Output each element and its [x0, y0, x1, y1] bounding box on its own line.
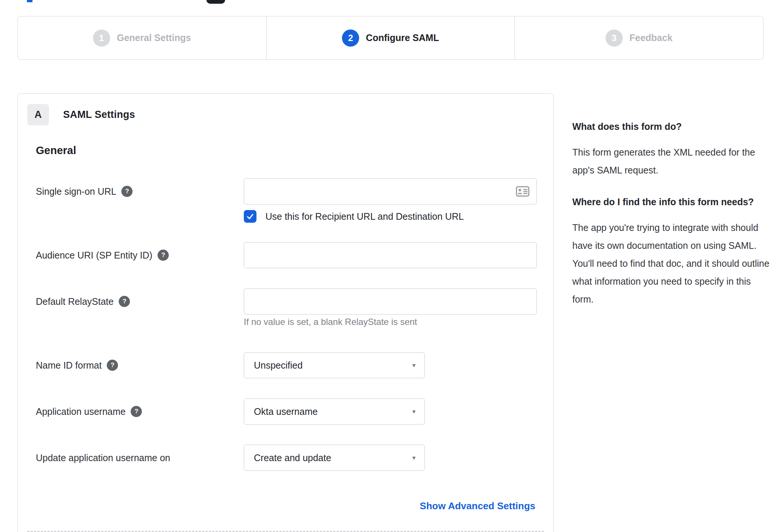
default-relaystate-help-icon[interactable]: ?: [119, 296, 130, 307]
general-heading: General: [36, 144, 76, 157]
name-id-format-help-icon[interactable]: ?: [107, 360, 118, 371]
help-sidebar: What does this form do? This form genera…: [572, 119, 769, 324]
default-relaystate-hint: If no value is set, a blank RelayState i…: [244, 317, 417, 327]
chevron-down-icon: ▾: [412, 362, 416, 369]
application-username-label: Application username: [36, 406, 125, 417]
saml-settings-panel: A SAML Settings General Single sign-on U…: [18, 93, 554, 532]
sso-url-help-icon[interactable]: ?: [121, 186, 133, 197]
default-relaystate-row: Default RelayState ?: [36, 288, 537, 314]
audience-uri-label-group: Audience URI (SP Entity ID) ?: [36, 250, 244, 261]
step-1-label: General Settings: [117, 32, 191, 43]
sso-url-input[interactable]: [244, 178, 537, 204]
application-username-value: Okta username: [254, 406, 318, 417]
default-relaystate-input-wrap: [244, 288, 537, 314]
help-question-2: Where do I find the info this form needs…: [572, 195, 769, 209]
cropped-tab-indicator: [27, 0, 32, 2]
application-username-row: Application username ? Okta username ▾: [36, 398, 425, 425]
help-question-1: What does this form do?: [572, 119, 769, 134]
show-advanced-settings-link[interactable]: Show Advanced Settings: [420, 500, 535, 512]
cropped-header-icon: [206, 0, 225, 4]
update-app-username-row: Update application username on Create an…: [36, 445, 425, 471]
audience-uri-help-icon[interactable]: ?: [158, 250, 169, 261]
name-id-format-select[interactable]: Unspecified ▾: [244, 352, 425, 378]
recipient-url-checkbox-label: Use this for Recipient URL and Destinati…: [265, 211, 464, 222]
recipient-url-checkbox-row: Use this for Recipient URL and Destinati…: [244, 210, 464, 223]
name-id-format-label-group: Name ID format ?: [36, 360, 244, 371]
name-id-format-label: Name ID format: [36, 360, 102, 371]
application-username-help-icon[interactable]: ?: [131, 406, 142, 417]
step-3-label: Feedback: [629, 32, 672, 43]
name-id-format-row: Name ID format ? Unspecified ▾: [36, 352, 425, 378]
section-a-badge: A: [27, 104, 49, 125]
update-app-username-label-group: Update application username on: [36, 453, 244, 463]
update-app-username-value: Create and update: [254, 453, 331, 463]
section-title: SAML Settings: [63, 109, 135, 121]
name-id-format-value: Unspecified: [254, 360, 303, 371]
audience-uri-row: Audience URI (SP Entity ID) ?: [36, 242, 537, 268]
application-username-select[interactable]: Okta username ▾: [244, 398, 425, 425]
setup-wizard: 1 General Settings 2 Configure SAML 3 Fe…: [18, 16, 763, 60]
recipient-url-checkbox[interactable]: [244, 210, 256, 223]
wizard-step-configure-saml[interactable]: 2 Configure SAML: [266, 16, 515, 59]
update-app-username-label: Update application username on: [36, 453, 170, 463]
check-icon: [246, 212, 254, 220]
default-relaystate-label-group: Default RelayState ?: [36, 296, 244, 307]
audience-uri-input[interactable]: [244, 242, 537, 268]
default-relaystate-input[interactable]: [244, 288, 537, 314]
update-app-username-select[interactable]: Create and update ▾: [244, 445, 425, 471]
sso-url-label: Single sign-on URL: [36, 186, 116, 197]
configure-saml-page: 1 General Settings 2 Configure SAML 3 Fe…: [0, 0, 781, 532]
default-relaystate-label: Default RelayState: [36, 296, 113, 307]
section-header: A SAML Settings: [27, 104, 135, 125]
contact-card-icon[interactable]: [516, 186, 529, 197]
step-2-number-badge: 2: [342, 29, 359, 47]
step-2-label: Configure SAML: [366, 32, 439, 43]
audience-uri-label: Audience URI (SP Entity ID): [36, 250, 152, 261]
application-username-label-group: Application username ?: [36, 406, 244, 417]
sso-url-row: Single sign-on URL ?: [36, 178, 537, 204]
chevron-down-icon: ▾: [412, 408, 416, 416]
sso-url-label-group: Single sign-on URL ?: [36, 186, 244, 197]
wizard-step-general-settings[interactable]: 1 General Settings: [18, 16, 266, 59]
step-1-number-badge: 1: [93, 29, 110, 47]
chevron-down-icon: ▾: [412, 454, 416, 462]
step-3-number-badge: 3: [606, 29, 623, 47]
help-answer-2: The app you're trying to integrate with …: [572, 219, 769, 308]
sso-url-input-wrap: [244, 178, 537, 204]
help-answer-1: This form generates the XML needed for t…: [572, 143, 769, 179]
wizard-step-feedback[interactable]: 3 Feedback: [514, 16, 763, 59]
audience-uri-input-wrap: [244, 242, 537, 268]
